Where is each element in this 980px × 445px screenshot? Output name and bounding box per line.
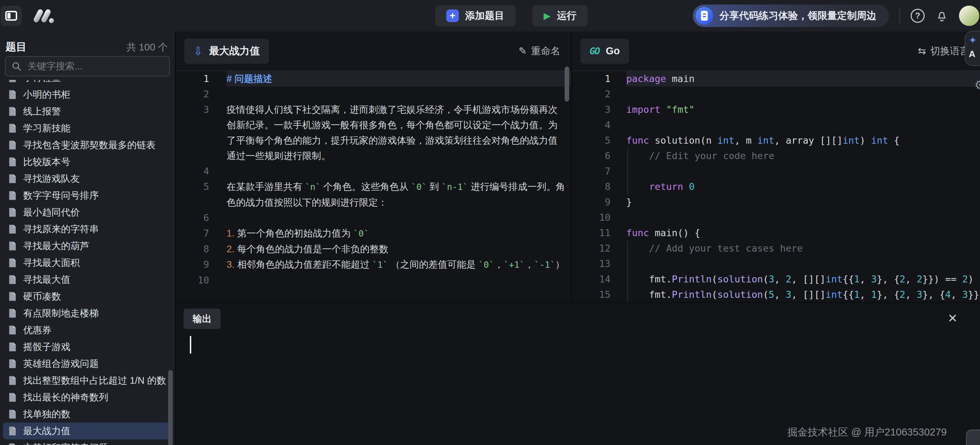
- line-number: 2: [176, 86, 209, 102]
- sidebar-item[interactable]: 寻找最大值: [3, 271, 172, 288]
- sidebar-item[interactable]: 英雄组合游戏问题: [3, 355, 172, 372]
- file-icon: [7, 409, 18, 419]
- sidebar-item[interactable]: 摇骰子游戏: [3, 338, 172, 355]
- settings-gear-icon[interactable]: ⚙: [974, 78, 980, 93]
- sidebar-item[interactable]: 寻找包含斐波那契数最多的链表: [3, 137, 172, 153]
- problem-line-content: 1. 第一个角色的初始战力值为 `0`: [227, 226, 571, 241]
- problem-line: 3疫情使得人们线下社交隔离，进而刺激了宅娱乐经济，令手机游戏市场份额再次创新纪录…: [176, 102, 571, 164]
- corner-floating-button[interactable]: [966, 429, 980, 445]
- sidebar-item[interactable]: 小明的书柜: [3, 86, 172, 103]
- sidebar-item[interactable]: 寻找最大的葫芦: [3, 238, 172, 254]
- file-icon: [7, 308, 18, 319]
- rename-label: 重命名: [531, 45, 560, 58]
- sidebar-item-label: 学习新技能: [23, 122, 70, 134]
- sidebar-item[interactable]: 学习新技能: [3, 120, 172, 137]
- file-icon: [7, 426, 18, 436]
- sidebar-item-label: 寻找最大值: [23, 273, 70, 286]
- sidebar-item[interactable]: 找出整型数组中占比超过 1/N 的数: [3, 372, 172, 389]
- sidebar-item[interactable]: 线上报警: [3, 103, 172, 120]
- code-line-content: import "fmt": [626, 102, 980, 117]
- promo-banner[interactable]: 分享代码练习体验，领限量定制周边: [693, 5, 889, 27]
- sidebar-item-label: 比较版本号: [23, 156, 70, 168]
- code-editor[interactable]: 1package main23import "fmt"45func soluti…: [572, 71, 980, 302]
- user-avatar[interactable]: [959, 6, 979, 26]
- line-number: 15: [572, 287, 611, 302]
- file-icon: [7, 80, 18, 83]
- notification-bell-icon[interactable]: [935, 9, 948, 22]
- problem-tab-label: 最大战力值: [209, 44, 260, 58]
- code-line: 13: [572, 256, 980, 271]
- editors-row: ⇩ 最大战力值 ✎ 重命名 1# 问题描述23疫情使得人们线下社交隔离，进而刺激…: [176, 32, 980, 302]
- sidebar-toggle-button[interactable]: [1, 6, 22, 26]
- search-box[interactable]: [5, 56, 170, 77]
- plus-icon: +: [446, 10, 459, 22]
- problem-line-content: 疫情使得人们线下社交隔离，进而刺激了宅娱乐经济，令手机游戏市场份额再次创新纪录。…: [227, 102, 571, 164]
- run-button[interactable]: ▶ 运行: [532, 5, 588, 26]
- sidebar-item[interactable]: 最小趋同代价: [3, 204, 172, 221]
- problem-line-content: 3. 相邻角色的战力值差距不能超过 `1` （之间的差值可能是 `0`，`+1`…: [227, 257, 571, 273]
- sidebar-item[interactable]: 找出最长的神奇数列: [3, 389, 172, 406]
- add-question-button[interactable]: + 添加题目: [435, 5, 515, 26]
- line-number: 3: [572, 102, 611, 117]
- sidebar-item-label: 数字字母问号排序: [23, 189, 99, 202]
- code-line: 7: [572, 164, 980, 179]
- file-icon: [7, 258, 18, 268]
- sidebar-item[interactable]: 寻找游戏队友: [3, 170, 172, 187]
- sidebar-item[interactable]: 比较版本号: [3, 153, 172, 170]
- code-line: 4: [572, 117, 980, 133]
- problem-tab[interactable]: ⇩ 最大战力值: [184, 38, 269, 64]
- line-number: 1: [572, 71, 611, 86]
- play-icon: ▶: [544, 11, 550, 21]
- problem-line: 93. 相邻角色的战力值差距不能超过 `1` （之间的差值可能是 `0`，`+1…: [176, 257, 571, 273]
- sidebar-item-label: 找单独的数: [23, 408, 70, 421]
- line-number: 8: [176, 241, 209, 257]
- sidebar-item-label: 找出最长的神奇数列: [23, 391, 108, 404]
- sidebar-item-label: 字符检查: [23, 80, 61, 84]
- output-tab[interactable]: 输出: [183, 309, 221, 329]
- file-icon: [7, 325, 18, 335]
- sidebar-item-label: 优惠券: [23, 324, 51, 337]
- sidebar-item[interactable]: 交替打印字符串问题: [3, 439, 172, 445]
- problem-line-content: 2. 每个角色的战力值是一个非负的整数: [227, 241, 571, 257]
- line-number: 12: [572, 241, 611, 256]
- code-line: 15 fmt.Println(solution(5, 3, [][]int{{1…: [572, 287, 980, 302]
- problem-scrollbar[interactable]: [565, 67, 569, 102]
- sidebar-item[interactable]: 硬币凑数: [3, 288, 172, 305]
- language-tab-label: Go: [606, 45, 620, 57]
- sidebar-item[interactable]: 找单独的数: [3, 406, 172, 423]
- sidebar-item[interactable]: 数字字母问号排序: [3, 187, 172, 204]
- sidebar-item[interactable]: 有点限制地走楼梯: [3, 305, 172, 322]
- file-icon: [7, 156, 18, 167]
- line-number: 7: [572, 164, 611, 179]
- sidebar-item-label: 摇骰子游戏: [23, 341, 70, 353]
- problem-line: 6: [176, 210, 571, 226]
- line-number: 8: [572, 179, 611, 195]
- body: 题目 共 100 个 字符检查小明的书柜线上报警学习新技能寻找包含斐波那契数最多…: [0, 32, 980, 445]
- code-line-content: package main: [626, 71, 980, 86]
- line-number: 7: [176, 226, 209, 241]
- file-icon: [7, 123, 18, 134]
- sidebar-item[interactable]: 优惠券: [3, 322, 172, 338]
- help-icon[interactable]: ?: [911, 9, 925, 23]
- line-number: 1: [176, 71, 209, 86]
- search-input[interactable]: [27, 61, 164, 72]
- run-label: 运行: [557, 9, 576, 22]
- sidebar-scrollbar[interactable]: [168, 370, 173, 445]
- problem-editor[interactable]: 1# 问题描述23疫情使得人们线下社交隔离，进而刺激了宅娱乐经济，令手机游戏市场…: [176, 71, 571, 302]
- topbar: + 添加题目 ▶ 运行 分享代码练习体验，领限量定制周边 ?: [0, 0, 980, 32]
- ai-assistant-rail[interactable]: ✦ A: [964, 31, 980, 66]
- sidebar-item[interactable]: 寻找最大面积: [3, 254, 172, 271]
- problem-line: 82. 每个角色的战力值是一个非负的整数: [176, 241, 571, 257]
- logo-m-icon: [32, 7, 59, 24]
- sidebar-item[interactable]: 寻找原来的字符串: [3, 221, 172, 238]
- sidebar-item[interactable]: 字符检查: [3, 80, 172, 86]
- sidebar-item[interactable]: 最大战力值: [3, 423, 172, 439]
- close-output-icon[interactable]: ✕: [946, 311, 960, 325]
- line-number: 9: [176, 257, 209, 273]
- rename-button[interactable]: ✎ 重命名: [517, 44, 563, 58]
- language-tab[interactable]: GO Go: [581, 38, 629, 64]
- switch-language-button[interactable]: ⇆ 切换语言: [916, 44, 972, 58]
- line-number: 5: [572, 133, 611, 148]
- sidebar-item-label: 寻找原来的字符串: [23, 223, 99, 236]
- pencil-icon: ✎: [519, 45, 527, 57]
